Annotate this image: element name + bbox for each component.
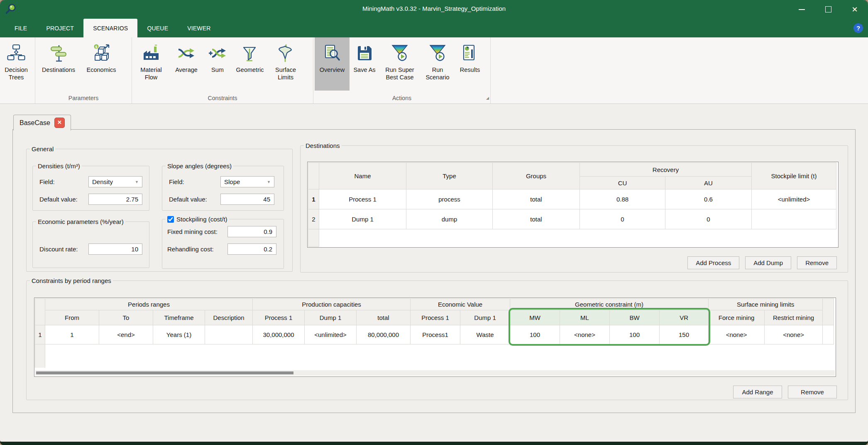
rehandling-cost-input[interactable] <box>227 243 276 255</box>
cell-name[interactable]: Dump 1 <box>319 209 406 229</box>
cell-au[interactable]: 0 <box>665 209 752 229</box>
toolbar-button-save-as[interactable]: Save As <box>350 37 379 91</box>
toolbar-button-surface-limits[interactable]: Surface Limits <box>269 37 303 91</box>
cell-cu[interactable]: 0.88 <box>580 189 665 209</box>
cell-name[interactable]: Process 1 <box>319 189 406 209</box>
cell-stockpile-limit[interactable] <box>752 209 836 229</box>
col-header-description[interactable]: Description <box>205 310 253 325</box>
cell-type[interactable]: dump <box>406 209 493 229</box>
col-header-from[interactable]: From <box>45 310 99 325</box>
cell-prod-dump1[interactable]: <unlimited> <box>305 325 357 344</box>
tab-basecase[interactable]: BaseCase ✕ <box>13 115 71 130</box>
svg-text:$: $ <box>95 45 97 49</box>
toolbar-button-geometric[interactable]: Geometric <box>231 37 269 91</box>
toolbar-button-sum[interactable]: Sum <box>204 37 231 91</box>
col-header-prod-process1[interactable]: Process 1 <box>253 310 305 325</box>
cell-cu[interactable]: 0 <box>580 209 665 229</box>
cell-force-mining[interactable]: <none> <box>709 325 765 344</box>
menu-scenarios[interactable]: SCENARIOS <box>83 19 137 37</box>
menu-file[interactable]: FILE <box>5 19 37 37</box>
col-header-ev-process1[interactable]: Process 1 <box>411 310 460 325</box>
row-header[interactable]: 2 <box>308 209 319 229</box>
col-header-recovery[interactable]: Recovery <box>580 163 752 177</box>
toolbar-button-economics[interactable]: $ Economics <box>81 37 122 91</box>
menu-project[interactable]: PROJECT <box>37 19 83 37</box>
help-icon[interactable]: ? <box>853 23 863 33</box>
stockpiling-checkbox[interactable] <box>167 216 174 223</box>
toolbar-button-average[interactable]: Average <box>169 37 204 91</box>
cell-description[interactable] <box>205 325 253 344</box>
toolbar-button-destinations[interactable]: Destinations <box>37 37 81 91</box>
row-header[interactable]: 1 <box>35 325 45 344</box>
toolbar-button-decision-trees[interactable]: Decision Trees <box>1 37 31 91</box>
col-header-groups[interactable]: Groups <box>493 163 580 189</box>
scrollbar-thumb[interactable] <box>36 371 293 374</box>
cell-prod-process1[interactable]: 30,000,000 <box>253 325 305 344</box>
ribbon-toolbar: Decision Trees Destinations <box>0 37 868 104</box>
col-header-mw[interactable]: MW <box>510 310 560 325</box>
scenario-panel: General Densities (t/m³) Field: Density … <box>12 129 856 413</box>
col-header-prod-total[interactable]: total <box>357 310 411 325</box>
toolbar-button-material-flow[interactable]: Material Flow <box>133 37 169 91</box>
col-header-prod-dump1[interactable]: Dump 1 <box>305 310 357 325</box>
densities-groupbox: Densities (t/m³) Field: Density ▼ Defaul… <box>32 162 149 211</box>
menu-queue[interactable]: QUEUE <box>137 19 178 37</box>
menu-viewer[interactable]: VIEWER <box>178 19 220 37</box>
add-range-button[interactable]: Add Range <box>733 386 782 398</box>
cell-type[interactable]: process <box>406 189 493 209</box>
remove-destination-button[interactable]: Remove <box>797 256 837 269</box>
cell-ev-dump1[interactable]: Waste <box>460 325 510 344</box>
discount-rate-input[interactable] <box>88 243 142 255</box>
col-header-name[interactable]: Name <box>319 163 406 189</box>
tab-close-icon[interactable]: ✕ <box>54 118 65 128</box>
cell-stockpile-limit[interactable]: <unlimited> <box>752 189 836 209</box>
cell-groups[interactable]: total <box>493 209 580 229</box>
maximize-button[interactable] <box>815 0 841 19</box>
cell-prod-total[interactable]: 80,000,000 <box>357 325 411 344</box>
toolbar-button-overview[interactable]: Overview <box>315 37 350 91</box>
col-header-type[interactable]: Type <box>406 163 493 189</box>
horizontal-scrollbar[interactable] <box>35 370 835 376</box>
col-header-restrict-mining[interactable]: Restrict mining <box>765 310 823 325</box>
add-process-button[interactable]: Add Process <box>687 256 739 269</box>
trailing-column-header <box>823 299 834 325</box>
col-header-force-mining[interactable]: Force mining <box>709 310 765 325</box>
cell-vr[interactable]: 150 <box>660 325 709 344</box>
remove-range-button[interactable]: Remove <box>788 386 837 398</box>
fixed-mining-cost-input[interactable] <box>227 226 276 237</box>
densities-default-input[interactable] <box>88 194 142 205</box>
toolbar-group-decision-trees: Decision Trees <box>0 37 35 103</box>
cell-bw[interactable]: 100 <box>610 325 660 344</box>
cell-au[interactable]: 0.6 <box>665 189 752 209</box>
cell-to[interactable]: <end> <box>99 325 153 344</box>
cell-from[interactable]: 1 <box>45 325 99 344</box>
col-header-timeframe[interactable]: Timeframe <box>153 310 205 325</box>
col-header-stockpile[interactable]: Stockpile limit (t) <box>752 163 836 189</box>
cell-groups[interactable]: total <box>493 189 580 209</box>
row-header[interactable]: 1 <box>308 189 319 209</box>
cell-timeframe[interactable]: Years (1) <box>153 325 205 344</box>
slope-default-input[interactable] <box>220 194 274 205</box>
col-header-ev-dump1[interactable]: Dump 1 <box>460 310 510 325</box>
cell-trailing <box>823 325 834 344</box>
rainbow-funnel-play-icon <box>427 42 448 65</box>
col-header-to[interactable]: To <box>99 310 153 325</box>
col-header-vr[interactable]: VR <box>660 310 709 325</box>
toolbar-button-results[interactable]: Results <box>455 37 485 91</box>
slope-field-dropdown[interactable]: Slope ▼ <box>220 176 274 187</box>
actions-dialog-launcher-icon[interactable]: ◢ <box>486 96 489 100</box>
col-header-cu[interactable]: CU <box>580 177 665 189</box>
col-header-ml[interactable]: ML <box>560 310 610 325</box>
cell-ml[interactable]: <none> <box>560 325 610 344</box>
add-dump-button[interactable]: Add Dump <box>745 256 791 269</box>
densities-field-dropdown[interactable]: Density ▼ <box>88 176 142 187</box>
close-button[interactable]: ✕ <box>841 0 868 19</box>
col-header-au[interactable]: AU <box>665 177 752 189</box>
cell-ev-process1[interactable]: Process1 <box>411 325 460 344</box>
col-header-bw[interactable]: BW <box>610 310 660 325</box>
cell-restrict-mining[interactable]: <none> <box>765 325 823 344</box>
toolbar-button-run-scenario[interactable]: Run Scenario <box>420 37 455 91</box>
toolbar-button-run-super-best-case[interactable]: Run Super Best Case <box>379 37 420 91</box>
cell-mw[interactable]: 100 <box>510 325 560 344</box>
minimize-button[interactable] <box>788 0 815 19</box>
